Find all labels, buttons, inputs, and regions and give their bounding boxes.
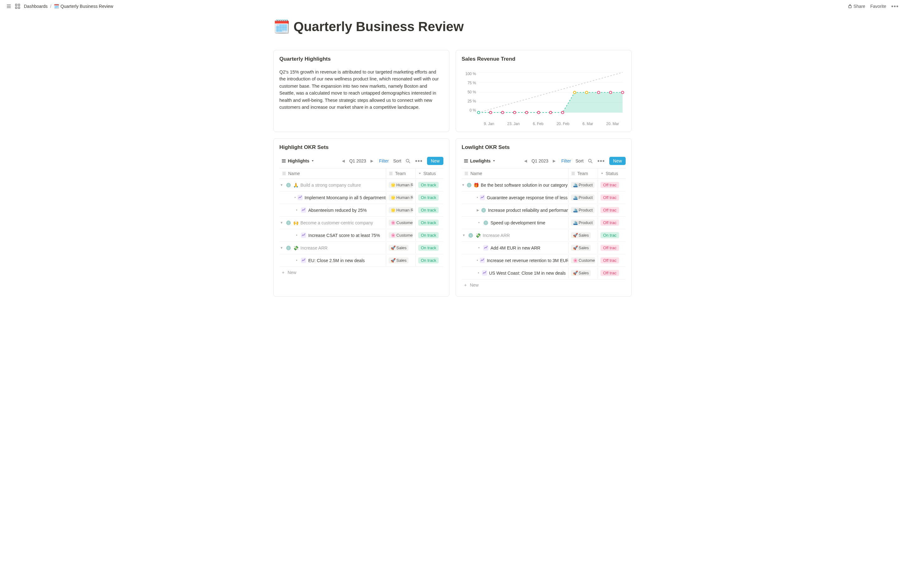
team-tag: 🚀Sales bbox=[389, 245, 408, 251]
team-tag: 🛳️Product bbox=[571, 220, 595, 226]
col-name[interactable]: Name bbox=[279, 168, 386, 178]
row-name: Absenteeism reduced by 25% bbox=[308, 208, 367, 213]
toolbar-more-icon[interactable]: ••• bbox=[597, 159, 605, 162]
status-badge: Off trac bbox=[600, 220, 619, 226]
period-label[interactable]: Q1 2023 bbox=[531, 158, 548, 164]
more-icon[interactable]: ••• bbox=[891, 5, 899, 8]
row-name: Implement Mooncamp in all 5 departments bbox=[305, 195, 386, 200]
sales-trend-chart: 100 %75 %50 %25 %0 % 9. Jan23. Jan6. Feb… bbox=[462, 68, 626, 126]
period-next-icon[interactable]: ▶ bbox=[551, 157, 557, 164]
svg-point-11 bbox=[489, 111, 492, 114]
table-row[interactable]: ▼💸Increase ARR🚀SalesOn trac bbox=[462, 229, 626, 242]
table-row[interactable]: ▼🙏Build a strong company culture🌟Human R… bbox=[279, 179, 443, 191]
filter-button[interactable]: Filter bbox=[561, 158, 571, 164]
row-emoji: 🙌 bbox=[293, 220, 298, 225]
col-name[interactable]: Name bbox=[462, 168, 568, 178]
favorite-button[interactable]: Favorite bbox=[870, 4, 886, 9]
team-tag: 🌸Customer S bbox=[389, 220, 413, 226]
period-prev-icon[interactable]: ◀ bbox=[523, 157, 528, 164]
svg-rect-23 bbox=[282, 159, 286, 160]
svg-point-13 bbox=[513, 111, 516, 114]
svg-point-35 bbox=[288, 248, 289, 248]
status-badge: On trac bbox=[600, 232, 619, 238]
table-row[interactable]: •Increase CSAT score to at least 75%🌸Cus… bbox=[279, 229, 443, 242]
table-row[interactable]: •Add 4M EUR in new ARR🚀SalesOff trac bbox=[462, 242, 626, 254]
search-icon[interactable] bbox=[588, 158, 593, 164]
target-icon bbox=[286, 182, 291, 188]
team-tag: 🌸Customer S bbox=[571, 257, 595, 263]
new-button[interactable]: New bbox=[609, 157, 626, 165]
row-name: US West Coast: Close 1M in new deals bbox=[489, 270, 566, 276]
table-row[interactable]: •US West Coast: Close 1M in new deals🚀Sa… bbox=[462, 267, 626, 280]
breadcrumb-current[interactable]: 🗓️ Quarterly Business Review bbox=[54, 4, 113, 9]
sort-button[interactable]: Sort bbox=[393, 158, 401, 164]
col-team[interactable]: Team bbox=[386, 168, 415, 178]
row-name: Become a customer-centric company bbox=[300, 220, 373, 225]
highlight-okr-title: Highlight OKR Sets bbox=[279, 144, 443, 151]
svg-point-19 bbox=[586, 91, 588, 94]
highlight-okr-card: Highlight OKR Sets Highlights ◀ Q1 2023 … bbox=[273, 138, 449, 297]
new-row-button[interactable]: + New bbox=[279, 267, 443, 278]
table-row[interactable]: •Implement Mooncamp in all 5 departments… bbox=[279, 191, 443, 204]
table-row[interactable]: •EU: Close 2.5M in new deals🚀SalesOn tra… bbox=[279, 254, 443, 267]
table-row[interactable]: •Absenteeism reduced by 25%🌟Human ResOn … bbox=[279, 204, 443, 216]
table-row[interactable]: •Speed up development time🛳️ProductOff t… bbox=[462, 216, 626, 229]
bullet-icon: • bbox=[294, 233, 299, 238]
svg-point-22 bbox=[621, 91, 624, 94]
toggle-icon[interactable]: ▼ bbox=[279, 183, 284, 187]
bullet-icon: • bbox=[294, 208, 299, 213]
period-prev-icon[interactable]: ◀ bbox=[341, 157, 346, 164]
new-button[interactable]: New bbox=[427, 157, 443, 165]
svg-point-29 bbox=[288, 185, 289, 186]
share-button[interactable]: Share bbox=[848, 4, 865, 9]
toggle-icon[interactable]: ▼ bbox=[279, 246, 284, 250]
highlight-view-selector[interactable]: Highlights bbox=[279, 157, 316, 165]
status-badge: Off trac bbox=[600, 257, 619, 263]
menu-icon[interactable] bbox=[6, 4, 11, 9]
page-title: 🗓️ Quarterly Business Review bbox=[273, 19, 632, 34]
plus-icon: + bbox=[282, 270, 284, 275]
new-row-button[interactable]: + New bbox=[462, 280, 626, 291]
svg-rect-25 bbox=[282, 162, 286, 162]
status-badge: Off trac bbox=[600, 182, 619, 188]
row-emoji: 💸 bbox=[293, 245, 298, 251]
highlight-view-label: Highlights bbox=[288, 158, 309, 164]
breadcrumb-current-text: Quarterly Business Review bbox=[60, 4, 113, 9]
col-team[interactable]: Team bbox=[568, 168, 598, 178]
table-row[interactable]: ▼🎁Be the best software solution in our c… bbox=[462, 179, 626, 191]
team-tag: 🌸Customer S bbox=[389, 232, 413, 238]
topbar: Dashboards / 🗓️ Quarterly Business Revie… bbox=[0, 0, 905, 13]
table-row[interactable]: ▼🙌Become a customer-centric company🌸Cust… bbox=[279, 216, 443, 229]
row-emoji: 🎁 bbox=[473, 183, 479, 188]
toolbar-more-icon[interactable]: ••• bbox=[415, 159, 422, 162]
team-tag: 🚀Sales bbox=[571, 232, 591, 238]
table-row[interactable]: ▼💸Increase ARR🚀SalesOn track bbox=[279, 242, 443, 254]
table-row[interactable]: •Increase net revenue retention to 3M EU… bbox=[462, 254, 626, 267]
table-row[interactable]: •Guarantee average response time of less… bbox=[462, 191, 626, 204]
toggle-icon[interactable]: ▶ bbox=[477, 208, 479, 212]
toggle-icon[interactable]: ▼ bbox=[462, 234, 466, 237]
col-status[interactable]: Status bbox=[415, 168, 443, 178]
highlights-card: Quarterly Highlights Q2's 15% growth in … bbox=[273, 50, 449, 132]
grid-icon[interactable] bbox=[15, 4, 20, 9]
table-row[interactable]: ▶Increase product reliability and perfor… bbox=[462, 204, 626, 216]
bullet-icon: • bbox=[477, 271, 480, 275]
breadcrumb: Dashboards / 🗓️ Quarterly Business Revie… bbox=[24, 4, 113, 9]
sort-button[interactable]: Sort bbox=[575, 158, 584, 164]
period-next-icon[interactable]: ▶ bbox=[369, 157, 375, 164]
lowlight-period: ◀ Q1 2023 ▶ bbox=[523, 157, 557, 164]
lowlight-view-selector[interactable]: Lowlights bbox=[462, 157, 498, 165]
col-status[interactable]: Status bbox=[598, 168, 626, 178]
toggle-icon[interactable]: ▼ bbox=[462, 183, 465, 187]
period-label[interactable]: Q1 2023 bbox=[349, 158, 366, 164]
svg-point-45 bbox=[483, 210, 484, 211]
svg-point-18 bbox=[573, 91, 576, 94]
target-icon bbox=[286, 245, 291, 251]
svg-rect-3 bbox=[18, 7, 20, 8]
filter-button[interactable]: Filter bbox=[379, 158, 389, 164]
search-icon[interactable] bbox=[406, 158, 411, 164]
svg-point-42 bbox=[469, 185, 470, 186]
breadcrumb-root[interactable]: Dashboards bbox=[24, 4, 48, 9]
breadcrumb-separator: / bbox=[50, 4, 52, 9]
toggle-icon[interactable]: ▼ bbox=[279, 221, 284, 224]
